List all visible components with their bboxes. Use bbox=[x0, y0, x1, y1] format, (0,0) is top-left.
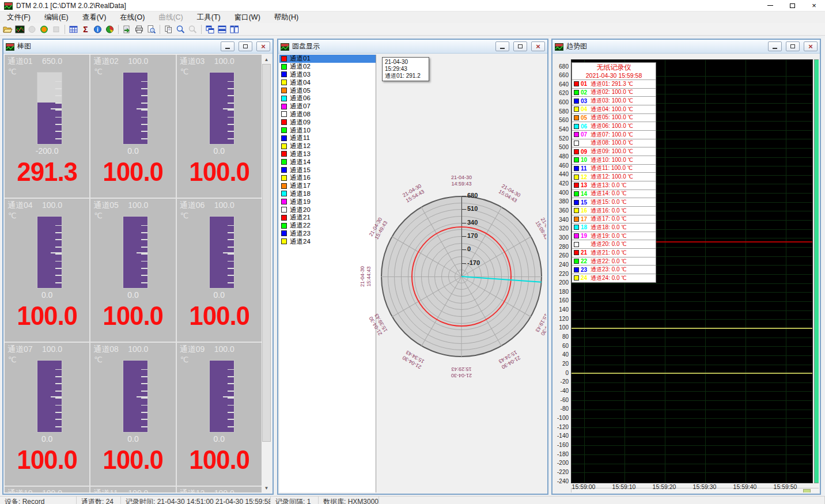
legend-channel-value: 通道23: 0.0 ℃ bbox=[591, 266, 627, 274]
print-icon[interactable] bbox=[133, 24, 145, 35]
trend-vertical-scrollbar[interactable] bbox=[814, 59, 819, 483]
polar-chart[interactable]: 6805103401700-17021-04-3014:59:4321-04-3… bbox=[381, 196, 542, 357]
scrollbar-thumb[interactable] bbox=[803, 489, 811, 492]
scale-max-value: 100.0 bbox=[214, 344, 234, 355]
scale-max-value: 100.0 bbox=[42, 488, 62, 492]
legend-row-24: 24通道24: 0.0 ℃ bbox=[572, 274, 656, 282]
record-icon[interactable] bbox=[38, 24, 50, 35]
channel-list-item-21[interactable]: 通道21 bbox=[279, 214, 376, 222]
trend-maximize-button[interactable] bbox=[786, 41, 800, 51]
bar-window-titlebar[interactable]: 棒图 × bbox=[3, 40, 273, 54]
y-axis-tick-label: 400 bbox=[554, 190, 569, 196]
y-axis-tick-label: 340 bbox=[554, 217, 569, 223]
y-axis-tick-label: 660 bbox=[554, 72, 569, 78]
scroll-down-icon[interactable]: ▼ bbox=[262, 483, 271, 492]
bar-gauge-header: 通道03100.0 bbox=[180, 56, 234, 67]
legend-row-20: 20通道20: 0.0 ℃ bbox=[572, 240, 656, 248]
tooltip-date: 21-04-30 bbox=[385, 59, 426, 66]
channel-list-item-18[interactable]: 通道18 bbox=[279, 190, 376, 198]
copy-icon[interactable] bbox=[162, 24, 175, 35]
channel-label: 通道16 bbox=[290, 173, 311, 182]
legend-row-8: 08通道08: 100.0 ℃ bbox=[572, 139, 656, 147]
channel-list-item-7[interactable]: 通道07 bbox=[279, 103, 376, 111]
channel-value: 100.0 bbox=[93, 300, 173, 331]
trend-minimize-button[interactable] bbox=[768, 41, 782, 51]
disk-close-button[interactable]: × bbox=[531, 41, 545, 51]
channel-list-item-24[interactable]: 通道24 bbox=[279, 237, 376, 245]
legend-channel-value: 通道09: 100.0 ℃ bbox=[591, 147, 633, 156]
channel-list-item-17[interactable]: 通道17 bbox=[279, 182, 376, 190]
open-file-icon[interactable] bbox=[2, 24, 14, 35]
channel-label: 通道18 bbox=[290, 190, 311, 198]
trend-window-titlebar[interactable]: 趋势图 × bbox=[552, 40, 820, 54]
scrollbar-thumb[interactable] bbox=[262, 64, 271, 442]
channel-list-item-3[interactable]: 通道03 bbox=[279, 71, 376, 79]
menu-item-1[interactable]: 文件(F) bbox=[0, 12, 37, 23]
channel-list-item-22[interactable]: 通道22 bbox=[279, 222, 376, 230]
disk-window-titlebar[interactable]: 圆盘显示 × bbox=[278, 40, 547, 54]
maximize-button[interactable] bbox=[781, 0, 803, 12]
y-axis-tick-label: 240 bbox=[554, 262, 569, 268]
channel-list-item-11[interactable]: 通道11 bbox=[279, 134, 376, 142]
channel-list-item-12[interactable]: 通道12 bbox=[279, 142, 376, 150]
disk-maximize-button[interactable] bbox=[513, 41, 527, 51]
print-preview-icon[interactable] bbox=[145, 24, 157, 35]
legend-color-swatch bbox=[574, 157, 579, 162]
bar-minimize-button[interactable] bbox=[221, 41, 234, 51]
disk-window-icon bbox=[281, 43, 289, 50]
channel-list-item-1[interactable]: 通道01 bbox=[279, 55, 376, 63]
realtime-data-icon[interactable] bbox=[14, 24, 26, 35]
menu-item-3[interactable]: 查看(V) bbox=[75, 12, 113, 23]
channel-color-swatch bbox=[281, 191, 287, 196]
x-axis-tick-label: 15:59:00 bbox=[567, 483, 600, 490]
minimize-button[interactable] bbox=[759, 0, 781, 12]
channel-list-item-4[interactable]: 通道04 bbox=[279, 78, 376, 86]
legend-row-18: 18通道18: 0.0 ℃ bbox=[572, 223, 656, 232]
channel-list-item-23[interactable]: 通道23 bbox=[279, 230, 376, 238]
channel-name: 通道03 bbox=[180, 56, 210, 67]
channel-list-item-19[interactable]: 通道19 bbox=[279, 198, 376, 206]
scale-min-value: 0.0 bbox=[177, 434, 262, 444]
statistics-sigma-icon[interactable]: Σ bbox=[80, 24, 92, 35]
menu-item-4[interactable]: 在线(O) bbox=[113, 12, 152, 23]
channel-list-item-6[interactable]: 通道06 bbox=[279, 94, 376, 103]
channel-list-item-15[interactable]: 通道15 bbox=[279, 166, 376, 174]
export-icon[interactable] bbox=[121, 24, 133, 35]
bar-vertical-scrollbar[interactable]: ▲ ▼ bbox=[262, 55, 271, 492]
channel-list-item-16[interactable]: 通道16 bbox=[279, 174, 376, 182]
bar-gauge-header: 通道04100.0 bbox=[7, 200, 62, 211]
close-button[interactable]: × bbox=[803, 0, 825, 12]
disk-minimize-button[interactable] bbox=[495, 41, 509, 51]
bar-close-button[interactable]: × bbox=[256, 41, 270, 51]
tile-vertical-icon[interactable] bbox=[228, 24, 240, 35]
info-icon[interactable]: i bbox=[92, 24, 104, 35]
channel-list-item-20[interactable]: 通道20 bbox=[279, 206, 376, 214]
table-view-icon[interactable] bbox=[67, 24, 80, 35]
channel-color-swatch bbox=[281, 199, 287, 204]
menu-item-5[interactable]: 曲线(C) bbox=[152, 12, 190, 23]
menu-item-6[interactable]: 工具(T) bbox=[190, 12, 228, 23]
menu-item-7[interactable]: 窗口(W) bbox=[228, 12, 267, 23]
channel-list-item-14[interactable]: 通道14 bbox=[279, 158, 376, 166]
menu-item-2[interactable]: 编辑(E) bbox=[37, 12, 75, 23]
app-title-bar[interactable]: DTM 2.0.1 [C:\DTM 2.0.2\RealData] × bbox=[0, 0, 825, 12]
legend-channel-value: 通道14: 0.0 ℃ bbox=[591, 190, 627, 198]
zoom-icon[interactable] bbox=[175, 24, 187, 35]
channel-list-item-9[interactable]: 通道09 bbox=[279, 118, 376, 126]
channel-list-item-2[interactable]: 通道02 bbox=[279, 63, 376, 71]
channel-list-item-8[interactable]: 通道08 bbox=[279, 111, 376, 119]
tile-horizontal-icon[interactable] bbox=[216, 24, 228, 35]
channel-list-item-13[interactable]: 通道13 bbox=[279, 150, 376, 158]
legend-row-19: 19通道19: 0.0 ℃ bbox=[572, 232, 656, 240]
menu-item-8[interactable]: 帮助(H) bbox=[267, 12, 305, 23]
channel-value: 100.0 bbox=[7, 300, 88, 331]
cascade-windows-icon[interactable] bbox=[204, 24, 216, 35]
bar-gauge-cell: 通道06100.0℃0.0100.0 bbox=[177, 199, 262, 342]
trend-close-button[interactable]: × bbox=[804, 41, 818, 51]
pie-chart-icon[interactable] bbox=[104, 24, 116, 35]
scroll-up-icon[interactable]: ▲ bbox=[262, 55, 271, 64]
channel-list-item-10[interactable]: 通道10 bbox=[279, 126, 376, 134]
channel-list-item-5[interactable]: 通道05 bbox=[279, 86, 376, 94]
bar-maximize-button[interactable] bbox=[239, 41, 252, 51]
polar-time-label: 21-04-3015:44:43 bbox=[359, 258, 372, 295]
